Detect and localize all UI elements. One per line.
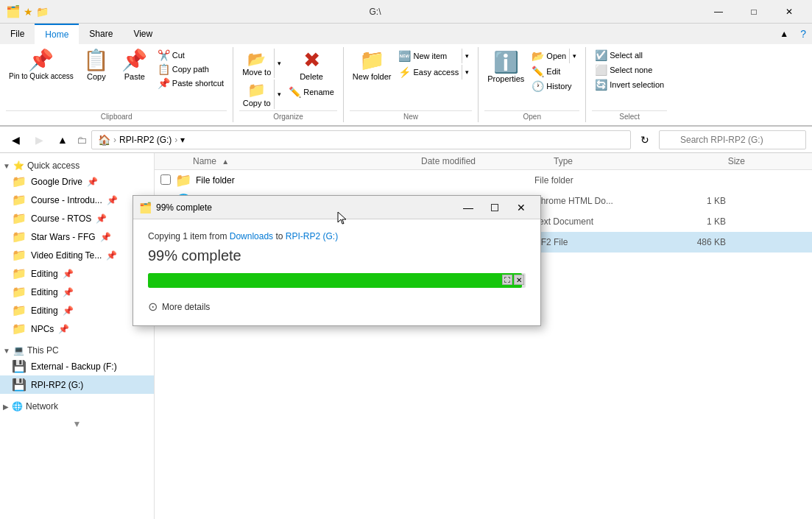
sidebar-item-star-wars[interactable]: 📁 Star Wars - FFG 📌 — [0, 227, 154, 246]
paste-icon: 📌 — [121, 50, 147, 71]
paste-button[interactable]: 📌 Paste — [116, 49, 153, 82]
forward-button[interactable]: ▶ — [29, 130, 49, 149]
pin-icon: 📌 — [58, 324, 69, 334]
col-type[interactable]: Type — [554, 156, 671, 166]
easy-access-button[interactable]: ⚡ Easy access — [395, 65, 462, 80]
pin-quick-access-button[interactable]: 📌 Pin to Quick access — [6, 49, 77, 82]
minimize-button[interactable]: — — [702, 0, 735, 24]
sidebar-item-google-drive[interactable]: 📁 Google Drive 📌 — [0, 172, 154, 191]
row-checkbox[interactable] — [160, 174, 175, 187]
folder-icon: 📁 — [36, 6, 49, 18]
dialog-minimize-button[interactable]: — — [455, 197, 481, 219]
new-item-dropdown[interactable]: ▾ — [462, 49, 472, 63]
copy-icon: 📋 — [83, 50, 109, 71]
open-button[interactable]: 📂 Open — [529, 49, 569, 63]
to-link[interactable]: RPI-RP2 (G:) — [286, 231, 338, 241]
organize-label: Organize — [239, 110, 337, 122]
ribbon-collapse-button[interactable]: ▲ — [774, 24, 794, 44]
dialog-big-status: 99% complete — [148, 247, 526, 264]
select-none-button[interactable]: ⬜ Select none — [592, 63, 667, 77]
this-pc-section[interactable]: ▼ 💻 This PC — [0, 341, 154, 357]
tab-home[interactable]: Home — [35, 24, 79, 44]
sidebar-item-editing-2[interactable]: 📁 Editing 📌 — [0, 283, 154, 301]
copy-dialog: 🗂️ 99% complete — ✕ Copying 1 item from … — [133, 195, 541, 326]
chevron-down-icon: ⊙ — [148, 300, 158, 314]
tab-file[interactable]: File — [0, 24, 35, 44]
col-date[interactable]: Date modified — [421, 156, 554, 166]
title-bar-icons: 🗂️ ★ 📁 — [6, 4, 49, 18]
move-to-button[interactable]: 📂 Move to — [239, 49, 274, 78]
sidebar-item-label: RPI-RP2 (G:) — [31, 380, 83, 390]
move-to-dropdown[interactable]: ▾ — [274, 49, 284, 78]
maximize-button[interactable]: □ — [737, 0, 771, 24]
sidebar-item-rpi-rp2[interactable]: 💾 RPI-RP2 (G:) — [0, 375, 154, 394]
path-dropdown-button[interactable]: ▾ — [180, 135, 185, 145]
copy-to-button[interactable]: 📁 Copy to — [239, 80, 274, 109]
address-path[interactable]: 🏠 › RPI-RP2 (G:) › ▾ — [91, 130, 631, 149]
col-name[interactable]: Name ▲ — [193, 156, 421, 166]
history-icon: 🕐 — [532, 80, 544, 92]
select-all-icon: ☑️ — [595, 49, 607, 61]
paste-shortcut-button[interactable]: 📌 Paste shortcut — [155, 77, 227, 90]
progress-area: ✕ — [148, 273, 526, 288]
more-details-button[interactable]: ⊙ More details — [148, 300, 526, 314]
select-group: ☑️ Select all ⬜ Select none 🔄 Invert sel… — [586, 47, 673, 122]
easy-access-dropdown[interactable]: ▾ — [462, 65, 472, 80]
path-segment[interactable]: RPI-RP2 (G:) — [119, 135, 172, 145]
new-folder-button[interactable]: 📁 New folder — [350, 49, 395, 82]
copy-to-dropdown[interactable]: ▾ — [274, 80, 284, 109]
rename-button[interactable]: ✏️ Rename — [286, 85, 337, 99]
from-link[interactable]: Downloads — [230, 231, 273, 241]
dialog-maximize-button[interactable] — [481, 197, 508, 219]
tab-view[interactable]: View — [123, 24, 163, 44]
sidebar-scroll-down[interactable]: ▼ — [0, 419, 154, 429]
move-to-icon: 📂 — [247, 50, 266, 68]
properties-button[interactable]: ℹ️ Properties — [484, 49, 527, 85]
open-dropdown[interactable]: ▾ — [569, 49, 579, 63]
refresh-button[interactable]: ↻ — [635, 130, 654, 149]
sidebar-item-npcs[interactable]: 📁 NPCs 📌 — [0, 319, 154, 338]
delete-icon: ✖ — [303, 50, 320, 71]
copy-button[interactable]: 📋 Copy — [78, 49, 115, 82]
progress-mini-minimize[interactable] — [502, 275, 512, 285]
help-button[interactable]: ? — [794, 24, 812, 44]
sidebar-item-editing-3[interactable]: 📁 Editing 📌 — [0, 301, 154, 319]
sidebar-item-label: NPCs — [31, 324, 54, 334]
pin-icon: 📌 — [28, 50, 54, 71]
mini-minimize-icon — [504, 277, 510, 283]
sidebar-item-course-introdu[interactable]: 📁 Course - Introdu... 📌 — [0, 191, 154, 209]
sidebar-item-video-editing[interactable]: 📁 Video Editing Te... 📌 — [0, 246, 154, 264]
new-item-button[interactable]: 🆕 New item — [395, 49, 462, 63]
col-size[interactable]: Size — [671, 156, 745, 166]
sidebar: ▼ ⭐ Quick access 📁 Google Drive 📌 📁 Cour… — [0, 153, 155, 519]
dialog-close-button[interactable]: ✕ — [508, 197, 534, 219]
delete-button[interactable]: ✖ Delete — [286, 49, 337, 82]
quick-access-section[interactable]: ▼ ⭐ Quick access — [0, 156, 154, 172]
tab-share[interactable]: Share — [79, 24, 123, 44]
clipboard-label: Clipboard — [6, 110, 227, 122]
sidebar-item-external-backup[interactable]: 💾 External - Backup (F:) — [0, 357, 154, 375]
sidebar-item-editing-1[interactable]: 📁 Editing 📌 — [0, 264, 154, 283]
search-wrap: 🔍 — [659, 130, 806, 149]
sidebar-item-course-rtos[interactable]: 📁 Course - RTOS 📌 — [0, 209, 154, 227]
network-section[interactable]: ▶ 🌐 Network — [0, 397, 154, 413]
edit-button[interactable]: ✏️ Edit — [529, 65, 579, 78]
up-button[interactable]: ▲ — [53, 130, 72, 149]
ribbon-content: 📌 Pin to Quick access 📋 Copy 📌 Paste ✂️ — [0, 44, 812, 126]
copy-path-button[interactable]: 📋 Copy path — [155, 63, 227, 76]
clipboard-items: 📌 Pin to Quick access 📋 Copy 📌 Paste ✂️ — [6, 47, 227, 110]
search-input[interactable] — [659, 130, 806, 149]
invert-selection-button[interactable]: 🔄 Invert selection — [592, 78, 667, 91]
progress-bar-track — [148, 273, 526, 288]
pin-icon: 📌 — [63, 269, 74, 279]
progress-mini-close[interactable]: ✕ — [514, 275, 524, 285]
close-button[interactable]: ✕ — [772, 0, 806, 24]
organize-col2: ✖ Delete ✏️ Rename — [286, 49, 337, 99]
history-button[interactable]: 🕐 History — [529, 80, 579, 93]
file-name: File folder — [196, 175, 402, 186]
sort-arrow: ▲ — [222, 158, 229, 166]
back-button[interactable]: ◀ — [6, 130, 25, 149]
select-all-button[interactable]: ☑️ Select all — [592, 49, 667, 62]
cut-button[interactable]: ✂️ Cut — [155, 49, 227, 62]
table-row[interactable]: 📁 File folder File folder — [155, 170, 812, 191]
